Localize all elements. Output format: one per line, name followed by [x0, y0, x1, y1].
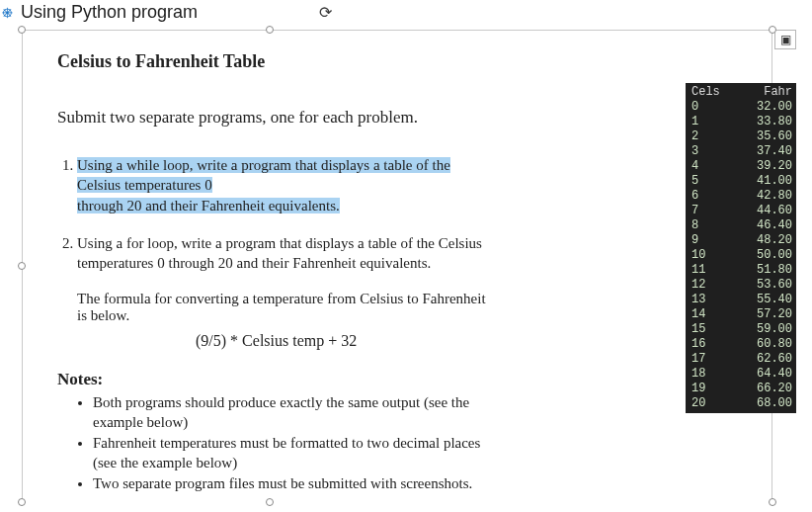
notes-list: Both programs should produce exactly the…: [57, 393, 684, 494]
cell-celsius: 12: [690, 278, 737, 293]
cell-celsius: 10: [690, 248, 737, 263]
cell-celsius: 2: [690, 129, 737, 144]
cell-celsius: 14: [690, 307, 737, 322]
table-row: 642.80: [690, 189, 794, 204]
cell-fahrenheit: 66.20: [737, 382, 794, 396]
cell-fahrenheit: 46.40: [737, 218, 794, 233]
table-row: 439.20: [690, 159, 794, 174]
table-row: 744.60: [690, 204, 794, 218]
cell-celsius: 18: [690, 367, 737, 382]
cell-fahrenheit: 50.00: [737, 248, 794, 263]
layout-options-button[interactable]: ▣: [774, 30, 796, 49]
table-row: 032.00: [690, 100, 794, 115]
cell-fahrenheit: 44.60: [737, 204, 794, 218]
table-row: 235.60: [690, 129, 794, 144]
cell-celsius: 15: [690, 322, 737, 337]
layout-options-icon: ▣: [780, 33, 791, 47]
problem-2-text: Using a for loop, write a program that d…: [77, 235, 482, 271]
table-row: 1151.80: [690, 263, 794, 278]
resize-handle[interactable]: [18, 498, 26, 506]
table-row: 541.00: [690, 174, 794, 189]
table-row: 846.40: [690, 218, 794, 233]
cell-fahrenheit: 35.60: [737, 129, 794, 144]
selection-edge: [22, 30, 772, 31]
document-body: Celsius to Fahrenheit Table Submit two s…: [28, 34, 699, 502]
editor-top-bar: ⎈ Using Python program ⟳: [0, 0, 812, 27]
cell-celsius: 3: [690, 144, 737, 159]
cell-fahrenheit: 62.60: [737, 352, 794, 367]
table-row: 1355.40: [690, 293, 794, 307]
table-row: 2068.00: [690, 396, 794, 411]
col-header-fahr: Fahr: [737, 85, 794, 100]
cell-fahrenheit: 64.40: [737, 367, 794, 382]
table-row: 1559.00: [690, 322, 794, 337]
cell-fahrenheit: 53.60: [737, 278, 794, 293]
problem-item-1: Using a while loop, write a program that…: [77, 155, 684, 215]
resize-handle[interactable]: [769, 26, 776, 34]
console-output: Cels Fahr 032.00133.80235.60337.40439.20…: [686, 83, 796, 413]
resize-handle[interactable]: [18, 26, 26, 34]
cell-fahrenheit: 51.80: [737, 263, 794, 278]
cell-celsius: 16: [690, 337, 737, 352]
table-row: 1660.80: [690, 337, 794, 352]
object-title: Using Python program: [21, 2, 198, 23]
table-row: 948.20: [690, 233, 794, 248]
cell-celsius: 4: [690, 159, 737, 174]
doc-title: Celsius to Fahrenheit Table: [57, 51, 684, 72]
problem-item-2: Using a for loop, write a program that d…: [77, 233, 684, 274]
note-item: Both programs should produce exactly the…: [93, 393, 684, 432]
cell-fahrenheit: 68.00: [737, 396, 794, 411]
table-row: 1864.40: [690, 367, 794, 382]
note-item: Two separate program files must be submi…: [93, 474, 684, 494]
cell-fahrenheit: 41.00: [737, 174, 794, 189]
table-row: 1966.20: [690, 382, 794, 396]
cell-celsius: 5: [690, 174, 737, 189]
refresh-icon[interactable]: ⟳: [319, 3, 332, 22]
table-row: 1253.60: [690, 278, 794, 293]
cell-fahrenheit: 59.00: [737, 322, 794, 337]
cell-fahrenheit: 42.80: [737, 189, 794, 204]
resize-handle[interactable]: [266, 26, 274, 34]
cell-fahrenheit: 33.80: [737, 115, 794, 129]
col-header-cels: Cels: [690, 85, 737, 100]
table-row: 133.80: [690, 115, 794, 129]
cell-celsius: 7: [690, 204, 737, 218]
formula-text: (9/5) * Celsius temp + 32: [57, 332, 684, 350]
resize-handle[interactable]: [769, 498, 776, 506]
note-item: Fahrenheit temperatures must be formatte…: [93, 434, 684, 472]
cell-fahrenheit: 55.40: [737, 293, 794, 307]
cell-celsius: 8: [690, 218, 737, 233]
table-row: 1457.20: [690, 307, 794, 322]
cell-celsius: 11: [690, 263, 737, 278]
cell-celsius: 13: [690, 293, 737, 307]
notes-heading: Notes:: [57, 370, 684, 389]
problem-list: Using a while loop, write a program that…: [57, 155, 684, 273]
table-row: 1050.00: [690, 248, 794, 263]
highlighted-text[interactable]: through 20 and their Fahrenheit equivale…: [77, 198, 340, 213]
cell-fahrenheit: 60.80: [737, 337, 794, 352]
cell-celsius: 0: [690, 100, 737, 115]
cell-fahrenheit: 32.00: [737, 100, 794, 115]
cell-fahrenheit: 39.20: [737, 159, 794, 174]
cell-fahrenheit: 48.20: [737, 233, 794, 248]
cell-celsius: 9: [690, 233, 737, 248]
table-header-row: Cels Fahr: [690, 85, 794, 100]
cell-celsius: 17: [690, 352, 737, 367]
cell-celsius: 19: [690, 382, 737, 396]
cell-celsius: 1: [690, 115, 737, 129]
doc-subtitle: Submit two separate programs, one for ea…: [57, 108, 684, 128]
anchor-icon: ⎈: [2, 2, 13, 23]
cell-fahrenheit: 57.20: [737, 307, 794, 322]
formula-intro: The formula for converting a temperature…: [77, 291, 684, 324]
cell-celsius: 6: [690, 189, 737, 204]
cell-celsius: 20: [690, 396, 737, 411]
output-table: Cels Fahr 032.00133.80235.60337.40439.20…: [690, 85, 794, 411]
table-row: 1762.60: [690, 352, 794, 367]
highlighted-text[interactable]: Using a while loop, write a program that…: [77, 157, 450, 193]
resize-handle[interactable]: [18, 262, 26, 270]
cell-fahrenheit: 37.40: [737, 144, 794, 159]
table-row: 337.40: [690, 144, 794, 159]
